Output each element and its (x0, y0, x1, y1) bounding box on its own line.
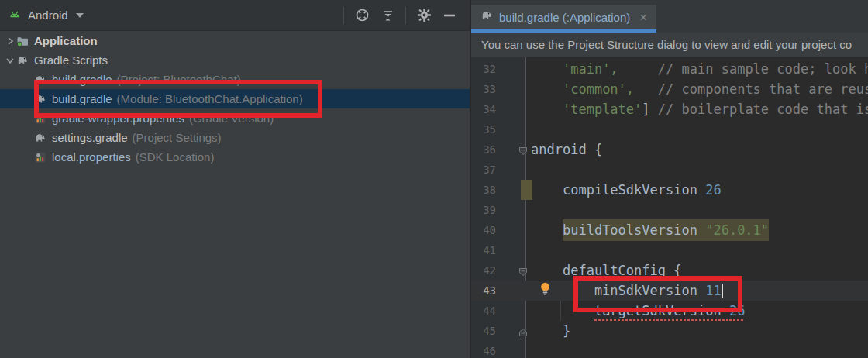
project-tool-window: Android (0, 0, 470, 358)
code-line-33[interactable]: 33 'common', // components that are reus… (471, 79, 868, 99)
line-number: 35 (471, 119, 496, 139)
chevron-down-icon[interactable] (4, 56, 16, 65)
tab-label: build.gradle (:Application) (499, 11, 630, 24)
chevron-right-icon[interactable] (4, 36, 16, 46)
locate-file-icon[interactable] (354, 8, 370, 23)
code-line-41[interactable]: 41 (471, 240, 868, 260)
code-text: compileSdkVersion 26 (531, 180, 722, 200)
line-number: 43 (471, 281, 496, 301)
fold-end-icon[interactable] (518, 326, 528, 336)
code-line-35[interactable]: 35 (471, 119, 868, 139)
code-line-40[interactable]: 40 buildToolsVersion "26.0.1" (471, 220, 868, 240)
line-number: 37 (471, 160, 496, 180)
properties-icon (34, 112, 47, 125)
notification-banner: You can use the Project Structure dialog… (471, 33, 868, 57)
line-number: 39 (471, 200, 496, 220)
tree-item-settings-gradle[interactable]: settings.gradle(Project Settings) (0, 128, 470, 147)
gradle-icon (34, 93, 47, 105)
code-text: 'main', // main sample code; look here (531, 59, 868, 79)
line-number: 40 (471, 220, 496, 240)
fold-collapse-icon[interactable] (518, 266, 528, 275)
chevron-down-icon (76, 13, 84, 18)
line-number: 41 (471, 240, 496, 260)
line-number: 34 (471, 99, 496, 119)
tree-item-label: build.gradle (52, 73, 112, 86)
code-text: targetSdkVersion 26 (531, 301, 745, 321)
code-line-46[interactable]: 46 (471, 341, 868, 358)
gradle-file-icon (480, 9, 493, 25)
code-line-44[interactable]: 44 targetSdkVersion 26 (471, 301, 868, 321)
line-number: 38 (471, 180, 496, 200)
tree-item-label: local.properties (52, 150, 131, 164)
tree-item-gradle-wrapper-properties[interactable]: gradle-wrapper.properties(Gradle Version… (0, 108, 470, 128)
tree-item-label: gradle-wrapper.properties (52, 112, 184, 125)
collapse-all-icon[interactable] (380, 8, 395, 23)
tree-item-application[interactable]: Application (0, 31, 470, 50)
tree-item-build-gradle-module[interactable]: build.gradle(Module: BluetoothChat.Appli… (0, 89, 470, 108)
code-line-32[interactable]: 32 'main', // main sample code; look her… (471, 59, 868, 79)
folder-icon (16, 35, 29, 47)
project-panel-header: Android (0, 0, 470, 31)
properties-icon (34, 151, 47, 164)
code-text: buildToolsVersion "26.0.1" (531, 220, 769, 240)
code-line-42[interactable]: 42 defaultConfig { (471, 260, 868, 281)
close-icon[interactable]: × (639, 11, 647, 24)
code-line-37[interactable]: 37 (471, 160, 868, 180)
code-text: defaultConfig { (531, 260, 681, 281)
tree-item-label: build.gradle (52, 92, 112, 105)
code-text: minSdkVersion 11 (531, 281, 723, 301)
tree-item-qualifier: (Gradle Version) (189, 112, 274, 125)
tab-build-gradle-application[interactable]: build.gradle (:Application) × (471, 5, 656, 33)
toolbar-separator (405, 7, 406, 24)
tree-item-build-gradle-project[interactable]: build.gradle(Project: BluetoothChat) (0, 70, 470, 89)
gradle-icon (16, 54, 29, 67)
line-number: 46 (471, 341, 496, 358)
tree-item-local-properties[interactable]: local.properties(SDK Location) (0, 147, 470, 167)
project-tree: ApplicationGradle Scriptsbuild.gradle(Pr… (0, 31, 470, 167)
toolbar-separator (343, 7, 344, 24)
android-studio-window: Android (0, 0, 868, 358)
panel-title: Android (28, 9, 68, 22)
notification-text: You can use the Project Structure dialog… (471, 38, 852, 51)
editor-pane: build.gradle (:Application) × You can us… (471, 0, 868, 358)
code-text: android { (531, 139, 602, 160)
project-view-selector[interactable]: Android (0, 8, 84, 23)
tree-item-label: Gradle Scripts (34, 53, 108, 67)
fold-collapse-icon[interactable] (518, 145, 528, 154)
tree-item-qualifier: (Module: BluetoothChat.Application) (117, 92, 303, 105)
code-editor[interactable]: 32 'main', // main sample code; look her… (471, 57, 868, 358)
line-number: 32 (471, 59, 496, 79)
tree-item-qualifier: (SDK Location) (136, 150, 215, 164)
code-line-39[interactable]: 39 (471, 200, 868, 220)
line-number: 45 (471, 321, 496, 341)
gradle-icon (34, 74, 47, 86)
line-number: 36 (471, 139, 496, 160)
tree-item-label: Application (34, 34, 98, 47)
tree-item-qualifier: (Project: BluetoothChat) (117, 73, 241, 86)
tree-item-qualifier: (Project Settings) (133, 131, 222, 144)
code-text: } (531, 321, 570, 341)
line-number: 33 (471, 79, 496, 99)
editor-tab-bar: build.gradle (:Application) × (471, 0, 868, 33)
code-line-45[interactable]: 45 } (471, 321, 868, 341)
code-line-36[interactable]: 36android { (471, 139, 868, 160)
android-icon (7, 8, 22, 23)
code-text: 'template'] // boilerplate code that is … (531, 99, 868, 119)
hide-panel-icon[interactable] (442, 8, 457, 23)
gradle-icon (34, 132, 47, 144)
line-number: 44 (471, 301, 496, 321)
text-caret (722, 284, 723, 298)
code-line-43[interactable]: 43 minSdkVersion 11 (471, 281, 868, 301)
line-number: 42 (471, 260, 496, 281)
code-line-38[interactable]: 38 compileSdkVersion 26 (471, 180, 868, 200)
code-line-34[interactable]: 34 'template'] // boilerplate code that … (471, 99, 868, 119)
tree-item-gradle-scripts[interactable]: Gradle Scripts (0, 50, 470, 70)
tree-item-label: settings.gradle (52, 131, 128, 144)
gear-icon[interactable] (416, 8, 432, 23)
code-text: 'common', // components that are reused (531, 79, 868, 99)
